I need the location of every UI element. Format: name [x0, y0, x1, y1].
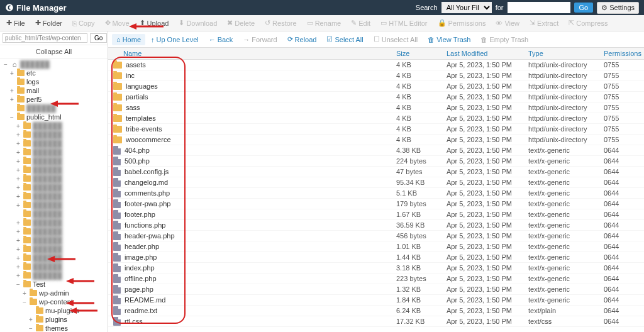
tree-expander[interactable]: −	[3, 61, 9, 68]
tree-expander[interactable]: +	[9, 70, 15, 77]
search-scope-select[interactable]: All Your Files	[441, 2, 492, 13]
tree-item[interactable]: +etc	[0, 69, 108, 77]
tree-expander[interactable]: +	[15, 184, 21, 191]
tree-item[interactable]: +██████	[0, 201, 108, 209]
tree-item[interactable]: logs	[0, 77, 108, 86]
settings-button[interactable]: ⚙ Settings	[597, 2, 639, 14]
tree-item[interactable]: +██████	[0, 174, 108, 183]
tree-item[interactable]: +██████	[0, 271, 108, 280]
forward-button[interactable]: → Forward	[238, 34, 281, 45]
tree-item[interactable]: +██████	[0, 236, 108, 245]
tree-item[interactable]: −Test	[0, 280, 108, 289]
selectall-button[interactable]: ☑ Select All	[322, 33, 367, 45]
copy-button[interactable]: ⎘ Copy	[69, 18, 99, 29]
tree-item[interactable]: +██████	[0, 183, 108, 192]
tree-expander[interactable]: +	[15, 167, 21, 174]
tree-expander[interactable]: +	[15, 228, 21, 235]
tree-item[interactable]: ██████	[0, 209, 108, 218]
tree-expander[interactable]: −	[21, 299, 28, 306]
path-go-button[interactable]: Go	[90, 33, 107, 43]
tree-item[interactable]: −themes	[0, 324, 108, 332]
tree-expander[interactable]: +	[15, 219, 21, 226]
file-row[interactable]: partials4 KBApr 5, 2023, 1:50 PMhttpd/un…	[108, 92, 644, 102]
tree-item[interactable]: +██████	[0, 227, 108, 236]
search-input[interactable]	[508, 2, 570, 13]
tree-item[interactable]: +██████	[0, 130, 108, 139]
up-button[interactable]: ↑ Up One Level	[147, 34, 203, 45]
tree-expander[interactable]: +	[15, 158, 21, 165]
home-button[interactable]: ⌂ Home	[112, 34, 145, 45]
tree-expander[interactable]: +	[15, 255, 21, 262]
tree-item[interactable]: +plugins	[0, 315, 108, 324]
tree-expander[interactable]: +	[9, 87, 15, 94]
tree-item[interactable]: −wp-content	[0, 297, 108, 306]
col-type[interactable]: Type	[525, 48, 600, 59]
col-size[interactable]: Size	[392, 48, 443, 59]
tree-item[interactable]: −⌂██████	[0, 60, 108, 69]
htmleditor-button[interactable]: ▭ HTML Editor	[377, 17, 431, 29]
restore-button[interactable]: ↺ Restore	[261, 17, 301, 29]
file-row[interactable]: inc4 KBApr 5, 2023, 1:50 PMhttpd/unix-di…	[108, 70, 644, 81]
col-name[interactable]: Name	[108, 48, 392, 59]
file-row[interactable]: tribe-events4 KBApr 5, 2023, 1:50 PMhttp…	[108, 124, 644, 135]
tree-item[interactable]: +wp-admin	[0, 289, 108, 297]
delete-button[interactable]: ✖ Delete	[223, 17, 258, 29]
tree-item[interactable]: +██████	[0, 245, 108, 253]
tree-expander[interactable]: +	[15, 193, 21, 200]
tree-item[interactable]: +██████	[0, 157, 108, 165]
tree-item[interactable]: +██████	[0, 262, 108, 271]
tree-expander[interactable]: +	[28, 316, 34, 323]
tree-expander[interactable]: +	[15, 140, 21, 147]
file-row[interactable]: sass4 KBApr 5, 2023, 1:50 PMhttpd/unix-d…	[108, 102, 644, 113]
tree-expander[interactable]: +	[15, 237, 21, 244]
file-button[interactable]: ✚ File	[3, 17, 29, 29]
col-perm[interactable]: Permissions	[600, 48, 644, 59]
reload-button[interactable]: ⟳ Reload	[283, 33, 321, 45]
file-row[interactable]: rtl.css17.32 KBApr 5, 2023, 1:50 PMtext/…	[108, 316, 644, 327]
move-button[interactable]: ✥ Move	[101, 17, 133, 29]
file-row[interactable]: assets4 KBApr 5, 2023, 1:50 PMhttpd/unix…	[108, 60, 644, 70]
tree-item[interactable]: +perl5	[0, 95, 108, 104]
tree-expander[interactable]: +	[15, 202, 21, 209]
col-date[interactable]: Last Modified	[443, 48, 525, 59]
tree-item[interactable]: +██████	[0, 139, 108, 148]
tree-item[interactable]: +mail	[0, 86, 108, 95]
file-row[interactable]: templates4 KBApr 5, 2023, 1:50 PMhttpd/u…	[108, 113, 644, 124]
tree-expander[interactable]: −	[9, 114, 15, 121]
go-button[interactable]: Go	[574, 3, 594, 13]
view-button[interactable]: 👁 View	[492, 18, 523, 29]
tree-item[interactable]: +██████	[0, 192, 108, 201]
tree-item[interactable]: mu-plugins	[0, 306, 108, 315]
unselectall-button[interactable]: ☐ Unselect All	[369, 33, 422, 45]
permissions-button[interactable]: 🔒 Permissions	[434, 17, 490, 29]
tree-expander[interactable]: +	[15, 131, 21, 138]
extract-button[interactable]: ⇲ Extract	[526, 17, 562, 29]
path-input[interactable]	[3, 33, 87, 43]
tree-item[interactable]: −public_html	[0, 113, 108, 121]
file-row[interactable]: languages4 KBApr 5, 2023, 1:50 PMhttpd/u…	[108, 81, 644, 92]
tree-expander[interactable]: +	[15, 149, 21, 156]
tree-item[interactable]: +██████	[0, 253, 108, 262]
tree-expander[interactable]: +	[15, 272, 21, 279]
tree-expander[interactable]: −	[28, 325, 34, 332]
tree-item[interactable]: +██████	[0, 121, 108, 130]
tree-expander[interactable]: +	[15, 175, 21, 182]
download-button[interactable]: ⬇ Download	[175, 17, 221, 29]
emptytrash-button[interactable]: 🗑 Empty Trash	[476, 34, 533, 45]
upload-button[interactable]: ⬆ Upload	[136, 17, 173, 29]
tree-item[interactable]: +██████	[0, 165, 108, 174]
compress-button[interactable]: ⇱ Compress	[565, 17, 611, 29]
tree-expander[interactable]: +	[15, 123, 21, 130]
tree-expander[interactable]: +	[15, 263, 21, 270]
tree-expander[interactable]: +	[15, 246, 21, 253]
collapse-all-button[interactable]: Collapse All	[0, 45, 108, 58]
tree-expander[interactable]: +	[21, 290, 28, 297]
tree-expander[interactable]: −	[15, 281, 21, 288]
folder-button[interactable]: ✚ Folder	[31, 17, 66, 29]
tree-expander[interactable]: +	[9, 96, 15, 103]
tree-item[interactable]: ██████	[0, 104, 108, 113]
tree-item[interactable]: +██████	[0, 218, 108, 227]
rename-button[interactable]: ▭ Rename	[303, 17, 345, 29]
edit-button[interactable]: ✎ Edit	[347, 17, 374, 29]
viewtrash-button[interactable]: 🗑 View Trash	[423, 34, 475, 45]
